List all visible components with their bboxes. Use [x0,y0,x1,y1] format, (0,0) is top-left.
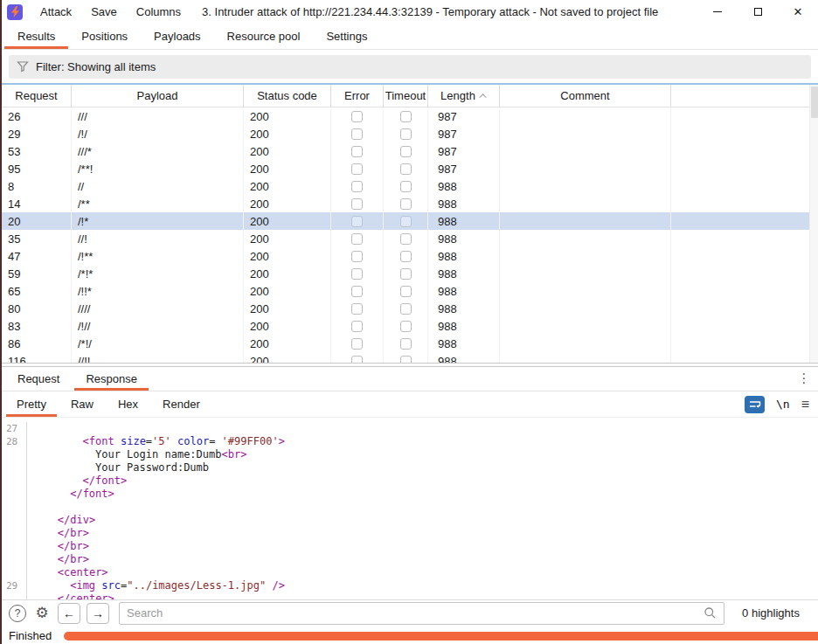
cell-length: 988 [428,212,500,230]
timeout-checkbox[interactable] [400,338,412,350]
code-text: </br> [27,553,89,566]
error-checkbox[interactable] [351,216,363,227]
column-header-length[interactable]: Length [428,85,500,107]
tab-results[interactable]: Results [4,24,68,49]
error-checkbox[interactable] [351,181,363,192]
cell-error [331,212,384,230]
cell-payload: // [72,177,244,195]
menu-save[interactable]: Save [82,2,126,22]
error-checkbox[interactable] [351,268,363,280]
table-row[interactable]: 86/*!/200988 [2,335,818,352]
tab-pretty[interactable]: Pretty [4,391,59,417]
cell-length: 988 [428,177,500,195]
timeout-checkbox[interactable] [400,128,412,140]
tab-render[interactable]: Render [150,391,212,417]
table-row[interactable]: 14/**200988 [2,195,818,212]
error-checkbox[interactable] [351,163,363,175]
table-row[interactable]: 65/!!*200988 [2,282,818,300]
column-header-comment[interactable]: Comment [500,85,671,107]
cell-error [331,107,384,125]
column-header-payload[interactable]: Payload [72,85,244,107]
error-checkbox[interactable] [351,146,363,157]
table-row[interactable]: 47/!**200988 [2,247,818,265]
cell-timeout [384,265,428,282]
intruder-attack-window: Attack Save Columns 3. Intruder attack o… [2,0,818,644]
timeout-checkbox[interactable] [400,356,412,364]
timeout-checkbox[interactable] [400,251,412,262]
cell-error [331,177,384,195]
table-row[interactable]: 20/!*200988 [2,212,818,230]
gear-icon[interactable]: ⚙ [32,604,52,622]
table-row[interactable]: 53///*200987 [2,142,818,160]
table-row[interactable]: 83/!//200988 [2,317,818,335]
error-checkbox[interactable] [351,198,363,210]
menu-attack[interactable]: Attack [31,2,80,22]
error-checkbox[interactable] [351,338,363,350]
column-header-request[interactable]: Request [2,85,72,107]
tab-resource-pool[interactable]: Resource pool [214,24,314,49]
cell-comment [500,212,671,230]
timeout-checkbox[interactable] [400,233,412,245]
error-checkbox[interactable] [351,233,363,245]
timeout-checkbox[interactable] [400,268,412,280]
tab-raw[interactable]: Raw [59,391,106,417]
timeout-checkbox[interactable] [400,111,412,122]
tab-payloads[interactable]: Payloads [141,24,213,49]
error-checkbox[interactable] [351,251,363,262]
table-row[interactable]: 95/**!200987 [2,160,818,177]
table-row[interactable]: 29/!/200987 [2,125,818,142]
table-row[interactable]: 35//!200988 [2,230,818,247]
menu-columns[interactable]: Columns [128,2,190,22]
timeout-checkbox[interactable] [400,181,412,192]
tab-response[interactable]: Response [73,367,150,391]
code-line: </br> [2,553,818,566]
table-row[interactable]: 116//!!200988 [2,352,818,363]
next-match-button[interactable]: → [87,603,109,624]
table-row[interactable]: 80////200988 [2,300,818,317]
table-row[interactable]: 59/*!*200988 [2,265,818,282]
search-input[interactable] [127,606,704,620]
word-wrap-toggle-icon[interactable] [745,396,765,413]
timeout-checkbox[interactable] [400,216,412,227]
tab-settings[interactable]: Settings [313,24,380,49]
cell-request: 35 [2,230,72,247]
close-button[interactable]: ✕ [778,0,818,24]
tab-positions[interactable]: Positions [68,24,141,49]
error-checkbox[interactable] [351,356,363,364]
timeout-checkbox[interactable] [400,303,412,315]
error-checkbox[interactable] [351,286,363,297]
hamburger-menu-icon[interactable]: ≡ [801,397,809,412]
code-line: Your Login name:Dumb<br> [2,448,818,461]
column-header-timeout[interactable]: Timeout [384,85,428,107]
cell-filler [671,247,818,265]
sort-asc-icon [479,93,486,100]
filter-bar[interactable]: Filter: Showing all items [9,55,811,79]
cell-payload: /!/ [72,125,244,142]
error-checkbox[interactable] [351,321,363,332]
error-checkbox[interactable] [351,111,363,122]
timeout-checkbox[interactable] [400,198,412,210]
timeout-checkbox[interactable] [400,146,412,157]
error-checkbox[interactable] [351,128,363,140]
error-checkbox[interactable] [351,303,363,315]
close-icon: ✕ [794,5,803,18]
maximize-button[interactable] [738,0,778,24]
column-header-status-code[interactable]: Status code [244,85,331,107]
help-icon[interactable]: ? [9,605,26,622]
tab-request[interactable]: Request [4,367,73,391]
tab-hex[interactable]: Hex [106,391,150,417]
timeout-checkbox[interactable] [400,321,412,332]
table-scrollbar-thumb[interactable] [811,87,818,118]
timeout-checkbox[interactable] [400,286,412,297]
show-newlines-toggle[interactable]: \n [776,398,790,411]
column-header-error[interactable]: Error [331,85,384,107]
kebab-menu-icon[interactable]: ⋮ [795,369,813,388]
timeout-checkbox[interactable] [400,163,412,175]
code-text [27,422,32,435]
previous-match-button[interactable]: ← [58,603,80,624]
minimize-button[interactable] [697,0,738,24]
table-row[interactable]: 8//200988 [2,177,818,195]
table-row[interactable]: 26///200987 [2,107,818,125]
table-scrollbar[interactable] [809,85,818,363]
response-editor[interactable]: 2728<font size='5' color= '#99FF00'>Your… [2,418,818,599]
